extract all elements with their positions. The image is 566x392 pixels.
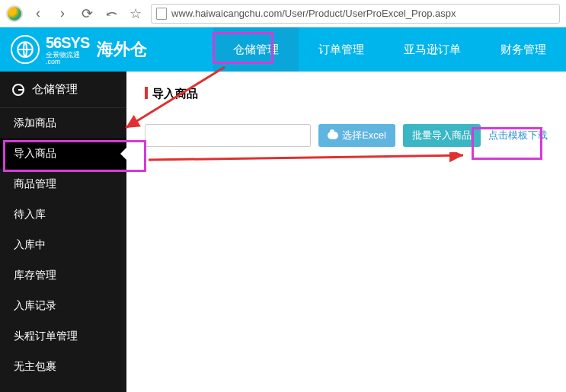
title-bar-icon [145, 87, 148, 99]
sidebar-item-stock-mgmt[interactable]: 库存管理 [0, 260, 126, 291]
url-text: www.haiwaicangchu.com/User/Product/UserP… [171, 8, 456, 19]
nav-orders[interactable]: 订单管理 [299, 27, 384, 72]
browser-chrome: ‹ › ⟳ ⤺ ☆ www.haiwaicangchu.com/User/Pro… [0, 0, 566, 27]
sidebar-item-pending-inbound[interactable]: 待入库 [0, 199, 126, 230]
brand-name: 56SYS [46, 34, 89, 51]
brand-sub2: .com [46, 59, 89, 65]
brand-text-block: 56SYS 全景物流通 .com [46, 34, 89, 65]
page-icon [156, 8, 167, 20]
import-action-row: 选择Excel 批量导入商品 点击模板下载 [145, 124, 548, 147]
sidebar-header: 仓储管理 [0, 72, 126, 108]
back-button[interactable]: ‹ [29, 5, 47, 23]
page-title: 导入商品 [145, 87, 548, 101]
download-template-link[interactable]: 点击模板下载 [488, 129, 548, 142]
layout: 仓储管理 添加商品 导入商品 商品管理 待入库 入库中 库存管理 入库记录 头程… [0, 72, 566, 392]
clock-icon [12, 84, 24, 96]
file-path-input[interactable] [145, 124, 311, 147]
sidebar-item-unclaimed[interactable]: 无主包裹 [0, 352, 126, 382]
nav-warehouse[interactable]: 仓储管理 [213, 27, 299, 72]
home-button[interactable]: ⤺ [102, 5, 120, 23]
sidebar-item-product-mgmt[interactable]: 商品管理 [0, 169, 126, 199]
brand-logo[interactable]: 56SYS 全景物流通 .com 海外仓 [0, 34, 158, 65]
sidebar: 仓储管理 添加商品 导入商品 商品管理 待入库 入库中 库存管理 入库记录 头程… [0, 72, 126, 392]
choose-excel-button[interactable]: 选择Excel [318, 124, 395, 147]
brand-globe-icon [11, 35, 40, 64]
nav-finance[interactable]: 财务管理 [481, 27, 566, 72]
main-content: 导入商品 选择Excel 批量导入商品 点击模板下载 [126, 72, 566, 392]
top-nav: 56SYS 全景物流通 .com 海外仓 仓储管理 订单管理 亚马逊订单 财务管… [0, 27, 566, 72]
star-button[interactable]: ☆ [126, 5, 145, 23]
cloud-upload-icon [328, 132, 338, 139]
sidebar-item-first-leg[interactable]: 头程订单管理 [0, 321, 126, 352]
sidebar-item-inbound[interactable]: 入库中 [0, 230, 126, 260]
nav-amazon[interactable]: 亚马逊订单 [384, 27, 481, 72]
brand-cn: 海外仓 [97, 38, 147, 61]
browser-logo-icon [6, 5, 23, 22]
reload-button[interactable]: ⟳ [78, 5, 96, 23]
forward-button[interactable]: › [53, 5, 72, 23]
sidebar-item-import-product[interactable]: 导入商品 [0, 139, 126, 169]
sidebar-item-add-product[interactable]: 添加商品 [0, 108, 126, 139]
bulk-import-button[interactable]: 批量导入商品 [403, 124, 481, 147]
nav-items: 仓储管理 订单管理 亚马逊订单 财务管理 [158, 27, 566, 72]
address-bar[interactable]: www.haiwaicangchu.com/User/Product/UserP… [151, 4, 560, 24]
sidebar-header-label: 仓储管理 [32, 82, 78, 97]
sidebar-item-inbound-records[interactable]: 入库记录 [0, 291, 126, 321]
